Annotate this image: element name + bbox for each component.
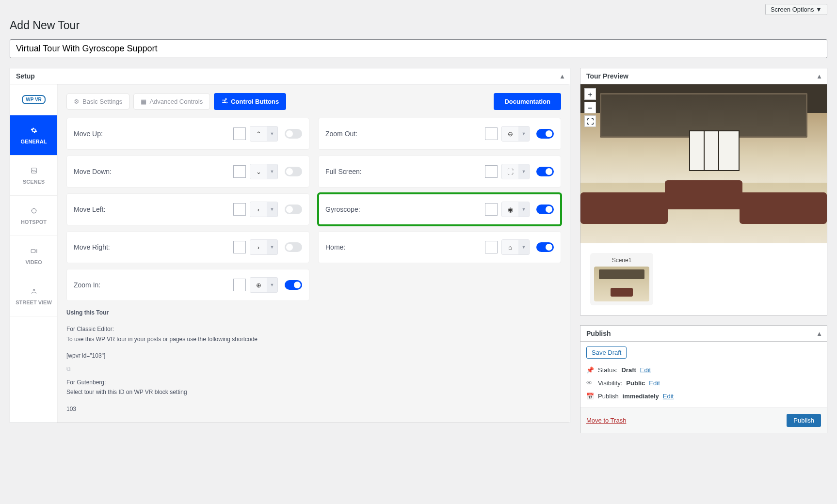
color-picker[interactable] [233, 203, 246, 216]
toggle-full-screen[interactable] [536, 167, 554, 176]
color-picker[interactable] [233, 241, 246, 253]
publish-title: Publish [586, 330, 611, 337]
toggle-move-down[interactable] [285, 167, 302, 176]
dropdown-icon: ▼ [518, 164, 529, 179]
tab-hotspot[interactable]: HOTSPOT [10, 196, 57, 236]
color-picker[interactable] [485, 203, 498, 216]
toggle-gyroscope[interactable] [536, 205, 554, 214]
wpvr-logo-tab: WP VR [10, 84, 57, 115]
control-move-left: Move Left: ‹▼ [66, 193, 309, 225]
dropdown-icon: ▼ [267, 202, 277, 217]
svg-point-4 [225, 98, 226, 99]
dropdown-icon: ▼ [518, 202, 529, 217]
calendar-icon: 📅 [586, 393, 594, 400]
chevron-right-icon: › [250, 240, 267, 254]
control-home: Home: ⌂▼ [318, 231, 561, 263]
toggle-move-up[interactable] [285, 129, 302, 139]
color-picker[interactable] [233, 165, 246, 178]
collapse-icon[interactable]: ▴ [561, 72, 564, 80]
home-icon: ⌂ [502, 240, 518, 254]
publish-box: Publish ▴ Save Draft 📌 Status: Draft Edi… [580, 325, 827, 433]
zoom-out-button[interactable]: − [584, 102, 596, 113]
preview-title: Tour Preview [586, 72, 628, 80]
svg-point-3 [33, 289, 35, 291]
move-to-trash-link[interactable]: Move to Trash [586, 417, 626, 424]
svg-point-6 [226, 102, 227, 103]
toggle-move-right[interactable] [285, 242, 302, 252]
tour-title-input[interactable] [10, 39, 827, 58]
toggle-home[interactable] [536, 242, 554, 252]
chevron-down-icon: ⌄ [250, 164, 267, 179]
collapse-icon[interactable]: ▴ [818, 330, 821, 337]
color-picker[interactable] [485, 241, 498, 253]
setup-box: Setup ▴ WP VR GENERAL [10, 68, 570, 423]
control-move-right: Move Right: ›▼ [66, 231, 309, 263]
setup-box-title: Setup [16, 72, 35, 80]
pin-icon: 📌 [586, 366, 594, 374]
subtab-advanced-controls[interactable]: ▦ Advanced Controls [133, 94, 210, 110]
chevron-up-icon: ⌃ [250, 126, 267, 141]
icon-picker[interactable]: ›▼ [250, 239, 278, 255]
toggle-zoom-out[interactable] [536, 129, 554, 139]
gear-icon [30, 126, 38, 135]
edit-status-link[interactable]: Edit [640, 366, 651, 374]
fullscreen-button[interactable]: ⛶ [584, 115, 596, 127]
streetview-icon [30, 287, 38, 296]
control-move-down: Move Down: ⌄▼ [66, 156, 309, 188]
chevron-left-icon: ‹ [250, 202, 267, 217]
image-icon [30, 166, 38, 175]
tab-street-view[interactable]: STREET VIEW [10, 276, 57, 316]
collapse-icon[interactable]: ▴ [818, 72, 821, 80]
control-zoom-in: Zoom In: ⊕▼ [66, 269, 309, 301]
compass-icon: ◉ [502, 202, 518, 217]
fullscreen-icon: ⛶ [502, 164, 518, 179]
dropdown-icon: ▼ [267, 278, 277, 292]
icon-picker[interactable]: ⌄▼ [250, 164, 278, 179]
gear-icon: ⚙ [74, 98, 80, 105]
dropdown-icon: ▼ [267, 126, 277, 141]
icon-picker[interactable]: ◉▼ [501, 202, 530, 217]
screen-options-button[interactable]: Screen Options ▼ [765, 4, 827, 15]
edit-visibility-link[interactable]: Edit [649, 379, 660, 387]
edit-schedule-link[interactable]: Edit [663, 393, 674, 400]
dropdown-icon: ▼ [518, 126, 529, 141]
save-draft-button[interactable]: Save Draft [586, 346, 627, 359]
documentation-button[interactable]: Documentation [494, 93, 561, 110]
color-picker[interactable] [485, 165, 498, 178]
icon-picker[interactable]: ⌃▼ [250, 126, 278, 142]
preview-panorama[interactable]: + − ⛶ [580, 84, 827, 243]
icon-picker[interactable]: ⌂▼ [501, 239, 530, 255]
dropdown-icon: ▼ [267, 164, 277, 179]
control-zoom-out: Zoom Out: ⊖▼ [318, 118, 561, 150]
plus-circle-icon: ⊕ [250, 278, 267, 292]
tab-scenes[interactable]: SCENES [10, 156, 57, 196]
tab-video[interactable]: VIDEO [10, 236, 57, 276]
svg-point-1 [32, 208, 36, 213]
color-picker[interactable] [485, 127, 498, 140]
icon-picker[interactable]: ⊖▼ [501, 126, 530, 142]
toggle-move-left[interactable] [285, 205, 302, 214]
tab-general[interactable]: GENERAL [10, 115, 57, 156]
dropdown-icon: ▼ [518, 240, 529, 254]
eye-icon: 👁 [586, 379, 594, 387]
icon-picker[interactable]: ‹▼ [250, 202, 278, 217]
zoom-in-button[interactable]: + [584, 88, 596, 100]
icon-picker[interactable]: ⛶▼ [501, 164, 530, 179]
subtab-control-buttons[interactable]: Control Buttons [214, 93, 286, 110]
color-picker[interactable] [233, 279, 246, 291]
control-full-screen: Full Screen: ⛶▼ [318, 156, 561, 188]
color-picker[interactable] [233, 127, 246, 140]
subtab-basic-settings[interactable]: ⚙ Basic Settings [66, 94, 129, 110]
video-icon [30, 247, 38, 255]
minus-circle-icon: ⊖ [502, 126, 518, 141]
control-move-up: Move Up: ⌃▼ [66, 118, 309, 150]
publish-button[interactable]: Publish [787, 414, 821, 427]
copy-icon[interactable]: ⧉ [66, 364, 561, 374]
page-title: Add New Tour [10, 19, 827, 32]
scene-thumbnail-image [594, 267, 649, 301]
scene-thumbnail[interactable]: Scene1 [590, 253, 653, 305]
tour-preview-box: Tour Preview ▴ + − ⛶ [580, 68, 827, 315]
usage-info: Using this Tour For Classic Editor: To u… [66, 308, 561, 414]
icon-picker[interactable]: ⊕▼ [250, 277, 278, 293]
toggle-zoom-in[interactable] [285, 280, 302, 290]
